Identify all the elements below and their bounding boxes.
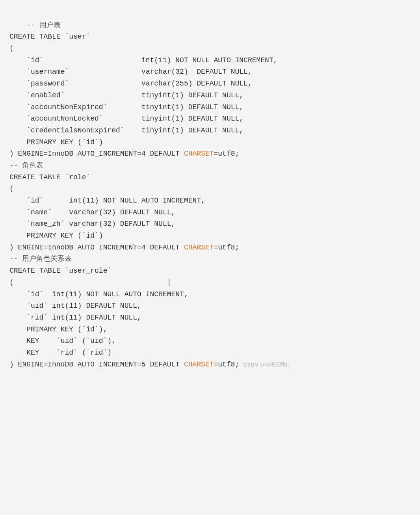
- user-id-field: `id` int(11) NOT NULL AUTO_INCREMENT,: [26, 56, 277, 64]
- user-role-engine-line: ) ENGINE=InnoDB AUTO_INCREMENT=5 DEFAULT…: [9, 361, 290, 368]
- user-password-field: `password` varchar(255) DEFAULT NULL,: [26, 80, 252, 87]
- user-credentials-non-expired-field: `credentialsNonExpired` tinyint(1) DEFAU…: [26, 126, 243, 134]
- user-role-key-rid: KEY `rid` (`rid`): [26, 349, 112, 357]
- role-primary-key: PRIMARY KEY (`id`): [26, 232, 103, 240]
- user-role-rid-field: `rid` int(11) DEFAULT NULL,: [26, 314, 141, 322]
- user-primary-key: PRIMARY KEY (`id`): [26, 138, 103, 146]
- user-role-open-paren: (: [9, 279, 14, 286]
- role-name-field: `name` varchar(32) DEFAULT NULL,: [26, 208, 175, 216]
- user-username-field: `username` varchar(32) DEFAULT NULL,: [26, 68, 252, 76]
- user-role-table-comment: -- 用户角色关系表: [9, 255, 72, 263]
- role-open-paren: (: [9, 185, 14, 193]
- role-id-field: `id` int(11) NOT NULL AUTO_INCREMENT,: [26, 197, 205, 205]
- role-create-keyword: CREATE TABLE `role`: [9, 173, 90, 181]
- user-enabled-field: `enabled` tinyint(1) DEFAULT NULL,: [26, 91, 243, 99]
- role-name-zh-field: `name_zh` varchar(32) DEFAULT NULL,: [26, 220, 175, 228]
- role-engine-line: ) ENGINE=InnoDB AUTO_INCREMENT=4 DEFAULT…: [9, 244, 239, 251]
- user-engine-line: ) ENGINE=InnoDB AUTO_INCREMENT=4 DEFAULT…: [9, 150, 239, 158]
- user-role-uid-field: `uid` int(11) DEFAULT NULL,: [26, 302, 141, 310]
- sql-code-block: -- 用户表 CREATE TABLE `user` ( `id` int(11…: [9, 8, 411, 382]
- code-container: -- 用户表 CREATE TABLE `user` ( `id` int(11…: [0, 0, 420, 515]
- text-cursor: |: [167, 279, 171, 286]
- user-account-non-locked-field: `accountNonLocked` tinyint(1) DEFAULT NU…: [26, 115, 243, 123]
- user-account-non-expired-field: `accountNonExpired` tinyint(1) DEFAULT N…: [26, 103, 243, 111]
- user-role-id-field: `id` int(11) NOT NULL AUTO_INCREMENT,: [26, 290, 188, 298]
- user-table-comment: -- 用户表: [26, 21, 60, 29]
- user-open-paren: (: [9, 45, 14, 52]
- user-create-keyword: CREATE TABLE `user`: [9, 33, 90, 41]
- role-table-comment: -- 角色表: [9, 162, 43, 169]
- user-role-key-uid: KEY `uid` (`uid`),: [26, 337, 116, 345]
- user-role-primary-key: PRIMARY KEY (`id`),: [26, 325, 107, 333]
- user-role-create-keyword: CREATE TABLE `user_role`: [9, 267, 112, 275]
